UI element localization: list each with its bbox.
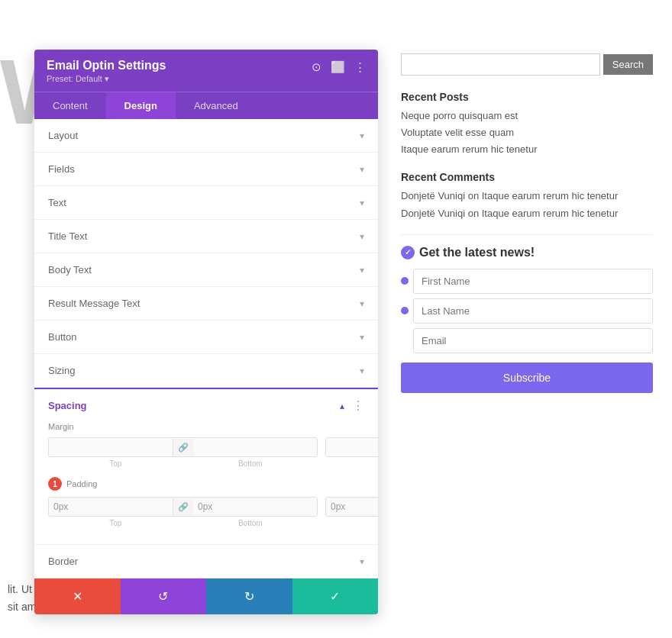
- tab-advanced[interactable]: Advanced: [176, 92, 257, 119]
- accordion-sizing-header[interactable]: Sizing ▾: [34, 354, 378, 387]
- padding-sub-labels-lr: Left Right: [325, 519, 378, 527]
- margin-label: Margin: [48, 422, 364, 431]
- field-dot: [401, 307, 409, 314]
- save-button[interactable]: ✓: [292, 578, 379, 614]
- chevron-down-icon: ▾: [360, 298, 364, 309]
- panel-more-icon[interactable]: ⋮: [354, 60, 366, 74]
- chevron-down-icon: ▾: [360, 198, 364, 208]
- padding-top-bottom-inputs: 🔗: [48, 497, 318, 517]
- last-name-input[interactable]: [413, 298, 653, 324]
- recent-comments-title: Recent Comments: [401, 171, 653, 183]
- chevron-down-icon: ▾: [360, 366, 364, 376]
- margin-row: 🔗 Top Bottom 🔗: [48, 437, 364, 468]
- margin-top-bottom-inputs: 🔗: [48, 437, 318, 457]
- first-name-row: [401, 269, 653, 294]
- padding-row: 🔗 Top Bottom 🔗: [48, 497, 364, 527]
- padding-bottom-input[interactable]: [193, 498, 317, 516]
- search-input[interactable]: [401, 53, 600, 76]
- link-icon[interactable]: 🔗: [173, 498, 193, 516]
- padding-sub-labels: Top Bottom: [48, 519, 318, 527]
- panel-body: Layout ▾ Fields ▾ Text ▾ Title Text ▾: [34, 119, 378, 578]
- accordion-button: Button ▾: [34, 321, 378, 354]
- panel-header-icons: ⊙ ⬜ ⋮: [312, 59, 366, 74]
- widget-title-icon: ✓: [401, 246, 415, 259]
- first-name-input[interactable]: [413, 269, 653, 294]
- accordion-fields: Fields ▾: [34, 153, 378, 186]
- last-name-row: [401, 298, 653, 324]
- link-icon[interactable]: 🔗: [173, 439, 193, 456]
- chevron-down-icon: ▾: [360, 130, 364, 141]
- margin-top-input[interactable]: [49, 438, 173, 456]
- search-button[interactable]: Search: [603, 54, 653, 75]
- margin-sub-labels-lr: Left Right: [325, 459, 378, 468]
- right-sidebar: Search Recent Posts Neque porro quisquam…: [389, 46, 664, 408]
- spacing-more-icon[interactable]: ⋮: [352, 398, 364, 413]
- margin-top-label: Top: [48, 459, 183, 468]
- accordion-result-message: Result Message Text ▾: [34, 287, 378, 321]
- chevron-down-icon: ▾: [360, 231, 364, 242]
- margin-left-input[interactable]: [326, 438, 378, 456]
- panel-preset: Preset: Default ▾: [47, 74, 166, 84]
- border-label: Border: [48, 556, 78, 567]
- accordion-sizing: Sizing ▾: [34, 354, 378, 388]
- accordion-title-text-header[interactable]: Title Text ▾: [34, 220, 378, 253]
- recent-comments-section: Recent Comments Donjetë Vuniqi on Itaque…: [401, 171, 653, 221]
- tab-design[interactable]: Design: [106, 92, 176, 119]
- margin-left-right-inputs: 🔗: [325, 437, 378, 457]
- spacing-body: Margin 🔗 Top Bottom: [34, 422, 378, 544]
- padding-top-bottom-group: 🔗 Top Bottom: [48, 497, 318, 527]
- padding-left-right-inputs: 🔗: [325, 497, 378, 517]
- margin-bottom-input[interactable]: [193, 438, 317, 456]
- accordion-layout: Layout ▾: [34, 119, 378, 153]
- chevron-down-icon: ▾: [360, 265, 364, 276]
- recent-post-link[interactable]: Voluptate velit esse quam: [401, 126, 653, 140]
- recent-post-link[interactable]: Neque porro quisquam est: [401, 109, 653, 123]
- undo-button[interactable]: ↺: [121, 578, 207, 614]
- recent-posts-title: Recent Posts: [401, 91, 653, 103]
- panel-title-group: Email Optin Settings Preset: Default ▾: [47, 59, 166, 84]
- field-dot: [401, 277, 409, 285]
- padding-top-input[interactable]: [49, 498, 173, 516]
- chevron-up-icon: ▴: [340, 401, 344, 411]
- spacing-header[interactable]: Spacing ▴ ⋮: [34, 389, 378, 422]
- email-input[interactable]: [413, 328, 653, 353]
- recent-post-link[interactable]: Itaque earum rerum hic tenetur: [401, 143, 653, 156]
- panel-header: Email Optin Settings Preset: Default ▾ ⊙…: [34, 50, 378, 92]
- padding-left-input[interactable]: [326, 498, 378, 516]
- accordion-button-header[interactable]: Button ▾: [34, 321, 378, 353]
- cancel-button[interactable]: ✕: [34, 578, 121, 614]
- padding-badge: 1: [48, 477, 62, 491]
- tab-content[interactable]: Content: [34, 92, 106, 119]
- panel-footer: ✕ ↺ ↻ ✓: [34, 578, 378, 614]
- accordion-body-text-header[interactable]: Body Text ▾: [34, 253, 378, 286]
- accordion-text-header[interactable]: Text ▾: [34, 186, 378, 219]
- email-row: [401, 328, 653, 353]
- recent-posts-section: Recent Posts Neque porro quisquam est Vo…: [401, 91, 653, 157]
- chevron-down-icon: ▾: [360, 556, 364, 567]
- spacing-title: Spacing: [48, 400, 87, 411]
- padding-label: Padding: [66, 479, 97, 488]
- margin-top-bottom-group: 🔗 Top Bottom: [48, 437, 318, 468]
- accordion-fields-header[interactable]: Fields ▾: [34, 153, 378, 185]
- field-dot-email: [401, 337, 409, 344]
- margin-bottom-label: Bottom: [183, 459, 318, 468]
- panel-title: Email Optin Settings: [47, 59, 166, 72]
- chevron-down-icon: ▾: [360, 332, 364, 343]
- redo-button[interactable]: ↻: [206, 578, 292, 614]
- panel-expand-icon[interactable]: ⬜: [331, 60, 345, 74]
- spacing-section: Spacing ▴ ⋮ Margin 🔗: [34, 388, 378, 544]
- panel-tabs: Content Design Advanced: [34, 92, 378, 119]
- accordion-layout-header[interactable]: Layout ▾: [34, 119, 378, 152]
- border-section: Border ▾: [34, 544, 378, 578]
- accordion-text: Text ▾: [34, 186, 378, 220]
- accordion-result-message-header[interactable]: Result Message Text ▾: [34, 287, 378, 320]
- accordion-body-text: Body Text ▾: [34, 253, 378, 287]
- recent-comment: Donjetë Vuniqi on Itaque earum rerum hic…: [401, 189, 653, 203]
- search-row: Search: [401, 53, 653, 76]
- widget-title: ✓ Get the latest news!: [401, 246, 653, 259]
- email-optin-widget: ✓ Get the latest news! Subscribe: [401, 234, 653, 393]
- subscribe-button[interactable]: Subscribe: [401, 362, 653, 393]
- panel-settings-icon[interactable]: ⊙: [312, 60, 321, 74]
- margin-left-label: Left: [325, 459, 378, 468]
- margin-left-right-group: 🔗 Left Right: [325, 437, 378, 468]
